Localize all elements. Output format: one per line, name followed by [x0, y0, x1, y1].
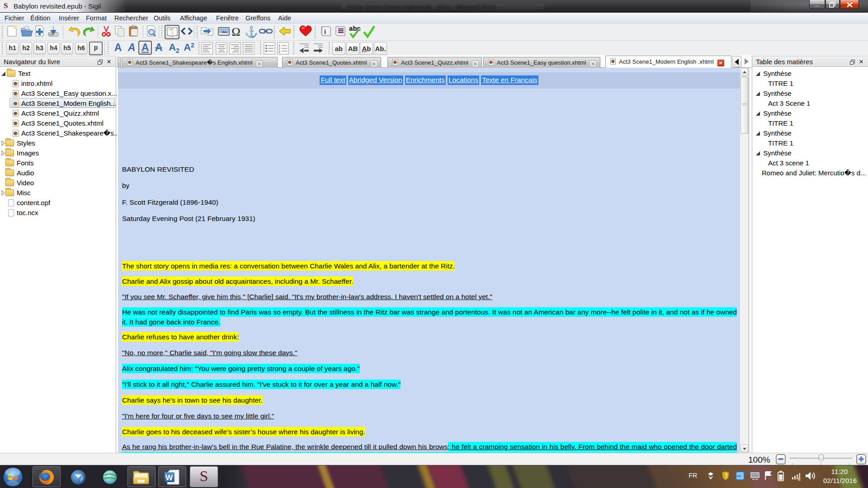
svg-text:i: i — [324, 28, 326, 35]
svg-text:2: 2 — [278, 47, 280, 50]
svg-text:1: 1 — [278, 44, 280, 47]
svg-text:W: W — [165, 474, 173, 482]
svg-text:S: S — [4, 1, 8, 9]
svg-text:int: int — [737, 474, 741, 478]
svg-text:3: 3 — [278, 50, 280, 53]
